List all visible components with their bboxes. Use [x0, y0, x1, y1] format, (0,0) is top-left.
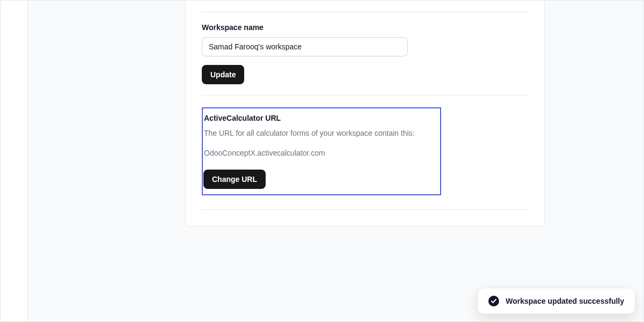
- workspace-avatar-row: [202, 0, 528, 1]
- left-gutter: [1, 1, 27, 321]
- divider: [202, 209, 528, 210]
- toast-message: Workspace updated successfully: [506, 297, 624, 305]
- success-toast: Workspace updated successfully: [478, 288, 635, 314]
- url-section-title: ActiveCalculator URL: [204, 114, 440, 122]
- workspace-name-input[interactable]: [202, 37, 408, 56]
- workspace-avatar: [202, 0, 224, 1]
- workspace-settings-card: Workspace name Update ActiveCalculator U…: [185, 0, 545, 226]
- check-circle-icon: [488, 296, 499, 306]
- app-frame: Workspace name Update ActiveCalculator U…: [0, 0, 644, 322]
- update-button[interactable]: Update: [202, 65, 244, 84]
- divider: [202, 12, 528, 12]
- url-section-description: The URL for all calculator forms of your…: [204, 128, 440, 139]
- change-url-button[interactable]: Change URL: [203, 170, 266, 189]
- divider: [202, 95, 528, 96]
- workspace-name-section: Workspace name Update: [202, 23, 528, 84]
- workspace-name-label: Workspace name: [202, 23, 528, 32]
- url-value: OdooConceptX.activecalculator.com: [204, 148, 440, 159]
- activecalculator-url-section: ActiveCalculator URL The URL for all cal…: [202, 107, 441, 195]
